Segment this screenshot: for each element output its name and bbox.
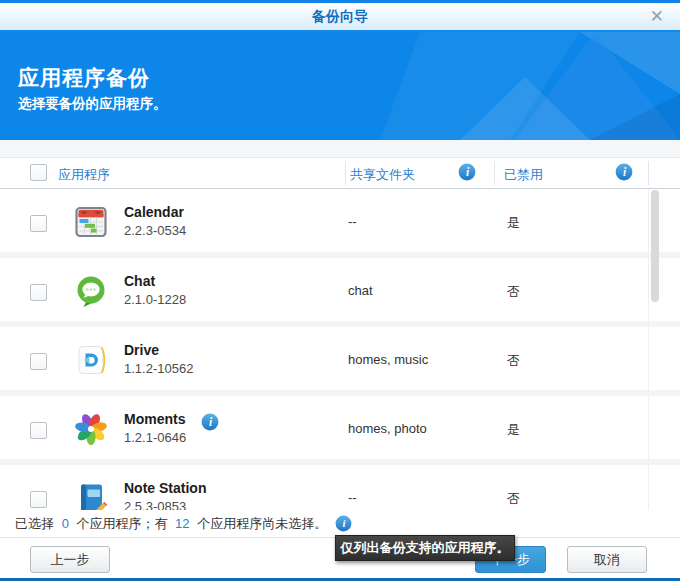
titlebar: 备份向导 ✕ bbox=[0, 3, 680, 32]
app-name: Calendar bbox=[124, 204, 184, 220]
shared-folder-cell: -- bbox=[348, 490, 357, 505]
moments-app-icon bbox=[74, 412, 108, 446]
table-row[interactable]: Chat 2.1.0-1228 chat 否 bbox=[0, 258, 680, 327]
disabled-cell: 否 bbox=[507, 283, 520, 301]
drive-app-icon bbox=[74, 343, 108, 377]
disabled-cell: 是 bbox=[507, 421, 520, 439]
summary-suffix: 个应用程序尚未选择。 bbox=[194, 515, 328, 533]
column-divider bbox=[494, 161, 495, 185]
column-header-disabled[interactable]: 已禁用 bbox=[504, 166, 543, 184]
app-version: 2.1.0-1228 bbox=[124, 292, 186, 307]
shared-folder-cell: -- bbox=[348, 214, 357, 229]
column-divider bbox=[345, 161, 346, 185]
chat-app-icon bbox=[74, 274, 108, 308]
table-row[interactable]: Moments 1.2.1-0646 homes, photo 是 bbox=[0, 396, 680, 465]
disabled-cell: 否 bbox=[507, 352, 520, 370]
app-name: Chat bbox=[124, 273, 155, 289]
selected-count: 0 bbox=[62, 516, 69, 531]
close-icon[interactable]: ✕ bbox=[650, 7, 664, 27]
vertical-scrollbar-thumb[interactable] bbox=[651, 190, 659, 302]
shared-folder-cell: chat bbox=[348, 283, 373, 298]
app-name: Drive bbox=[124, 342, 159, 358]
app-version: 1.1.2-10562 bbox=[124, 361, 193, 376]
unselected-count: 12 bbox=[175, 516, 189, 531]
backup-wizard-dialog: 备份向导 ✕ 应用程序备份 选择要备份的应用程序。 应用程序 共享文件夹 已禁用… bbox=[0, 0, 680, 581]
shared-folder-cell: homes, photo bbox=[348, 421, 427, 436]
table-body: Calendar 2.2.3-0534 -- 是 Chat 2.1.0-1228… bbox=[0, 189, 680, 510]
table-row[interactable]: Drive 1.1.2-10562 homes, music 否 bbox=[0, 327, 680, 396]
column-header-application[interactable]: 应用程序 bbox=[58, 166, 110, 184]
disabled-cell: 是 bbox=[507, 214, 520, 232]
app-version: 2.5.3-0853 bbox=[124, 499, 186, 510]
tooltip: 仅列出备份支持的应用程序。 bbox=[335, 535, 515, 561]
summary-prefix: 已选择 bbox=[15, 515, 58, 533]
select-all-checkbox[interactable] bbox=[30, 164, 47, 181]
app-version: 1.2.1-0646 bbox=[124, 430, 186, 445]
window-title: 备份向导 bbox=[312, 8, 368, 26]
table-right-divider bbox=[648, 189, 649, 510]
row-checkbox[interactable] bbox=[30, 284, 47, 301]
page-title: 应用程序备份 bbox=[18, 64, 150, 92]
summary-middle: 个应用程序；有 bbox=[73, 515, 171, 533]
row-checkbox[interactable] bbox=[30, 422, 47, 439]
tooltip-text: 仅列出备份支持的应用程序。 bbox=[341, 539, 510, 557]
column-header-shared-folder[interactable]: 共享文件夹 bbox=[350, 166, 415, 184]
row-checkbox[interactable] bbox=[30, 353, 47, 370]
previous-button[interactable]: 上一步 bbox=[30, 546, 110, 573]
table-header: 应用程序 共享文件夹 已禁用 bbox=[0, 158, 680, 189]
wizard-banner: 应用程序备份 选择要备份的应用程序。 bbox=[0, 32, 680, 140]
selection-info-icon[interactable] bbox=[335, 515, 352, 532]
banner-facet-graphic bbox=[260, 32, 680, 140]
shared-folder-cell: homes, music bbox=[348, 352, 428, 367]
note-station-app-icon bbox=[74, 481, 108, 510]
calendar-app-icon bbox=[74, 205, 108, 239]
disabled-info-icon[interactable] bbox=[615, 163, 633, 181]
column-divider bbox=[648, 161, 649, 185]
shared-folder-info-icon[interactable] bbox=[458, 163, 476, 181]
cancel-button[interactable]: 取消 bbox=[567, 546, 647, 573]
table-row[interactable]: Note Station 2.5.3-0853 -- 否 bbox=[0, 465, 680, 510]
table-row[interactable]: Calendar 2.2.3-0534 -- 是 bbox=[0, 189, 680, 258]
disabled-cell: 否 bbox=[507, 490, 520, 508]
row-checkbox[interactable] bbox=[30, 215, 47, 232]
row-checkbox[interactable] bbox=[30, 491, 47, 508]
page-subtitle: 选择要备份的应用程序。 bbox=[18, 95, 167, 113]
app-name: Note Station bbox=[124, 480, 206, 496]
app-version: 2.2.3-0534 bbox=[124, 223, 186, 238]
app-name: Moments bbox=[124, 411, 185, 427]
banner-table-gap bbox=[0, 140, 680, 158]
selection-summary: 已选择 0 个应用程序；有 12 个应用程序尚未选择。 bbox=[0, 510, 680, 537]
app-info-icon[interactable] bbox=[201, 413, 219, 431]
